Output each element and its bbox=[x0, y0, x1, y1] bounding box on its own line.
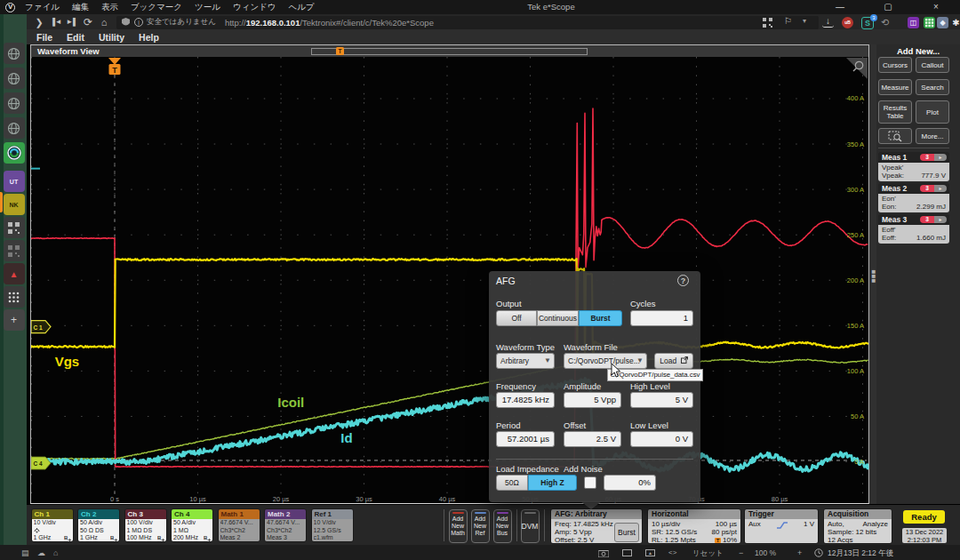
load-button[interactable]: Load bbox=[654, 353, 693, 369]
bookmark-dropdown-caret[interactable]: ▾ bbox=[803, 17, 806, 25]
bookmark-flag-icon[interactable]: ⚐ bbox=[784, 16, 792, 26]
rewind-button[interactable]: ▐◄ bbox=[48, 14, 64, 30]
output-continuous-button[interactable]: Continuous bbox=[537, 310, 579, 326]
window-maximize-button[interactable]: ▢ bbox=[875, 0, 901, 14]
dvm-button[interactable]: DVM bbox=[521, 509, 540, 543]
channel-badge-math2[interactable]: Math 247.6674 V...Ch3*Ch2Meas 3 bbox=[264, 508, 307, 542]
high-level-field[interactable]: 5 V bbox=[630, 392, 693, 408]
channel-badge-ref1[interactable]: Ref 110 V/div12.5 GS/sc1.wfm bbox=[311, 508, 354, 542]
extension-purple-icon[interactable]: ◫ bbox=[908, 17, 919, 28]
home-button[interactable]: ⌂ bbox=[96, 14, 112, 30]
panel-toggle-icon[interactable]: ▤ bbox=[21, 547, 29, 559]
zoom-in-button[interactable]: + bbox=[797, 547, 802, 559]
add-new-ref-button[interactable]: AddNewRef bbox=[471, 509, 490, 543]
add-new-math-button[interactable]: AddNewMath bbox=[449, 509, 468, 543]
meas-badge-2[interactable]: Meas 23▸Eon'Eon:2.299 mJ bbox=[878, 183, 949, 212]
web-panel-1-icon[interactable] bbox=[4, 43, 25, 64]
acquisition-overview-slider[interactable]: T bbox=[311, 48, 588, 55]
web-panel-4-icon[interactable] bbox=[4, 117, 25, 139]
meas-nav-button[interactable]: ▸ bbox=[934, 216, 947, 223]
capture-icon[interactable] bbox=[598, 549, 609, 557]
web-panel-grid-icon[interactable] bbox=[4, 286, 25, 308]
browser-menu-3[interactable]: ブックマーク bbox=[131, 2, 182, 13]
window-close-button[interactable]: × bbox=[923, 0, 949, 14]
web-panel-qr-1-icon[interactable] bbox=[4, 217, 25, 238]
zoom-corner-button[interactable] bbox=[846, 58, 868, 79]
browser-menu-2[interactable]: 表示 bbox=[101, 2, 118, 13]
channel-marker-c1[interactable]: C 1 bbox=[31, 321, 51, 333]
add-new-callout-button[interactable]: Callout bbox=[916, 57, 949, 73]
browser-logo-icon[interactable] bbox=[5, 3, 15, 12]
waveform-type-dropdown[interactable]: Arbitrary▼ bbox=[496, 353, 555, 369]
channel-badge-ch3[interactable]: Ch 3100 V/div1 MΩ DS100 MHzB bbox=[124, 508, 167, 542]
meas-badge-3[interactable]: Meas 33▸Eoff'Eoff:1.660 mJ bbox=[878, 214, 949, 244]
add-noise-checkbox[interactable] bbox=[584, 476, 596, 489]
scope-menu-file[interactable]: File bbox=[36, 32, 52, 43]
meas-source-badge[interactable]: 3 bbox=[920, 216, 934, 223]
add-web-panel-icon[interactable]: + bbox=[4, 309, 25, 331]
offset-field[interactable]: 2.5 V bbox=[564, 431, 621, 447]
channel-badge-ch4[interactable]: Ch 450 A/div1 MΩ200 MHzB bbox=[171, 508, 213, 542]
web-panel-ut-icon[interactable]: UT bbox=[4, 171, 25, 192]
impedance-highz-button[interactable]: High Z bbox=[528, 475, 577, 491]
afg-burst-button[interactable]: Burst bbox=[614, 523, 639, 542]
qr-code-icon[interactable] bbox=[763, 18, 772, 28]
add-new-more-button[interactable]: More... bbox=[916, 128, 949, 144]
zoom-out-button[interactable]: − bbox=[739, 547, 743, 559]
frequency-field[interactable]: 17.4825 kHz bbox=[496, 392, 555, 408]
help-icon[interactable]: ? bbox=[677, 275, 689, 286]
extension-slate-icon[interactable]: ◆ bbox=[937, 17, 948, 28]
web-panel-qr-2-icon[interactable] bbox=[4, 240, 25, 261]
zoom-tool-button[interactable] bbox=[878, 128, 912, 144]
cycles-field[interactable]: 1 bbox=[630, 310, 693, 326]
scope-menu-edit[interactable]: Edit bbox=[67, 32, 84, 43]
address-bar[interactable]: i 安全ではありません http://192.168.0.101/Tektron… bbox=[116, 16, 819, 29]
meas-source-badge[interactable]: 3 bbox=[920, 154, 934, 161]
browser-menu-0[interactable]: ファイル bbox=[25, 2, 60, 13]
forward-button[interactable]: ❯ bbox=[30, 14, 48, 30]
web-panel-nk-icon[interactable]: NK bbox=[4, 194, 25, 215]
meas-nav-button[interactable]: ▸ bbox=[934, 185, 947, 192]
overview-trigger-marker[interactable]: T bbox=[336, 47, 344, 55]
browser-menu-5[interactable]: ウィンドウ bbox=[233, 2, 276, 13]
zoom-reset-label[interactable]: リセット bbox=[692, 547, 724, 559]
period-field[interactable]: 57.2001 µs bbox=[496, 431, 555, 447]
meas-source-badge[interactable]: 3 bbox=[920, 185, 934, 192]
extension-ublock-icon[interactable]: uB bbox=[842, 17, 853, 28]
splitter-handle-icon[interactable]: ■■■ bbox=[872, 269, 875, 283]
output-burst-button[interactable]: Burst bbox=[579, 310, 622, 326]
amplitude-field[interactable]: 5 Vpp bbox=[564, 392, 621, 408]
browser-menu-4[interactable]: ツール bbox=[195, 2, 220, 13]
noise-percent-field[interactable]: 0% bbox=[604, 475, 656, 491]
tiling-icon[interactable] bbox=[622, 549, 632, 556]
extension-recycle-icon[interactable]: ⟲ bbox=[879, 17, 891, 28]
waveform-file-dropdown[interactable]: C:/QorvoDPT/pulse...▼ bbox=[564, 353, 647, 369]
output-off-button[interactable]: Off bbox=[496, 310, 537, 326]
meas-badge-1[interactable]: Meas 13▸Vpeak'Vpeak:777.9 V bbox=[878, 152, 949, 181]
browser-menu-6[interactable]: ヘルプ bbox=[289, 2, 315, 13]
browser-menu-1[interactable]: 編集 bbox=[72, 2, 89, 13]
web-panel-alert-icon[interactable]: ▲ bbox=[4, 263, 25, 284]
panel-splitter[interactable]: ■■■ bbox=[869, 44, 876, 504]
channel-badge-math1[interactable]: Math 147.6674 V...Ch3*Ch2Meas 2 bbox=[218, 508, 260, 542]
horizontal-badge[interactable]: Horizontal 10 µs/div100 µsSR: 12.5 GS/s8… bbox=[647, 508, 741, 544]
images-toggle-icon[interactable]: ▲ bbox=[645, 549, 655, 556]
channel-badge-ch1[interactable]: Ch 110 V/div1 GHzB bbox=[31, 508, 74, 542]
waveform-graticule[interactable]: 400 A350 A300 A250 A200 A150 A100 A50 A0… bbox=[31, 57, 869, 504]
trigger-badge[interactable]: Trigger Aux 1 V bbox=[744, 508, 819, 544]
add-new-measure-button[interactable]: Measure bbox=[878, 79, 912, 95]
start-page-icon[interactable]: ⌂ bbox=[53, 547, 58, 559]
web-panel-3-icon[interactable] bbox=[4, 92, 25, 114]
channel-badge-ch2[interactable]: Ch 250 A/div50 Ω DS1 GHzB bbox=[77, 508, 120, 542]
scope-menu-help[interactable]: Help bbox=[139, 32, 159, 43]
download-icon[interactable]: ↓ bbox=[822, 17, 834, 28]
impedance-50ohm-button[interactable]: 50Ω bbox=[496, 475, 528, 491]
add-new-bus-button[interactable]: AddNewBus bbox=[493, 509, 512, 543]
web-panel-tek-scope-active-icon[interactable] bbox=[4, 142, 25, 164]
meas-nav-button[interactable]: ▸ bbox=[934, 154, 947, 161]
window-minimize-button[interactable]: — bbox=[827, 0, 853, 14]
sync-icon[interactable]: ☁ bbox=[37, 547, 45, 559]
page-actions-icon[interactable]: <> bbox=[668, 547, 676, 559]
extension-green-grid-icon[interactable] bbox=[924, 17, 935, 28]
web-panel-2-icon[interactable] bbox=[4, 68, 25, 89]
